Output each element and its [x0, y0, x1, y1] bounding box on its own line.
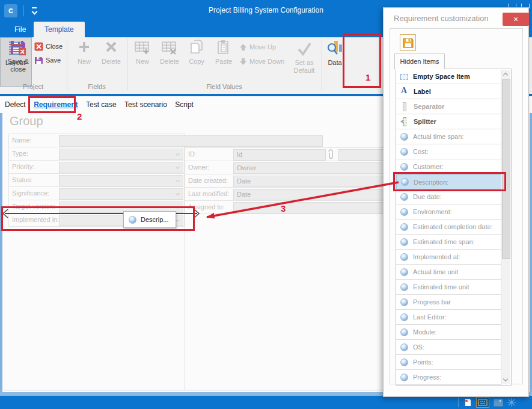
hidden-item[interactable]: Environment:: [396, 204, 501, 220]
scroll-up-icon[interactable]: [503, 72, 508, 77]
item-label: Separator: [414, 103, 444, 110]
fields-delete-button[interactable]: Delete: [98, 38, 124, 66]
hidden-item[interactable]: Separator: [396, 99, 501, 114]
doc-tab[interactable]: Test case: [86, 100, 117, 109]
item-icon: [400, 313, 408, 321]
hidden-item[interactable]: Splitter: [396, 114, 501, 129]
window-controls[interactable]: [503, 0, 530, 6]
move-down-label: Move Down: [249, 58, 284, 65]
hidden-item[interactable]: OS:: [396, 340, 501, 355]
hidden-item[interactable]: Estimated time unit: [396, 280, 501, 295]
field-input[interactable]: [59, 149, 183, 160]
item-label: Implemented at:: [413, 253, 460, 260]
hidden-item[interactable]: Actual time unit: [396, 265, 501, 280]
set-default-label: Set as Default: [288, 59, 320, 75]
panel-client: Hidden Items Empty Space Item Label: [390, 28, 523, 384]
field-input[interactable]: [59, 135, 323, 147]
field-input[interactable]: [59, 188, 183, 200]
tab-template[interactable]: Template: [34, 22, 85, 37]
panel-active-icon[interactable]: [476, 397, 489, 408]
panel-save-button[interactable]: [400, 34, 416, 51]
item-icon: [400, 117, 409, 126]
item-icon: [400, 208, 408, 216]
doc-tab-label: Script: [175, 100, 194, 109]
item-label: Last Editor:: [413, 313, 447, 321]
hidden-item[interactable]: Empty Space Item: [396, 69, 501, 84]
item-label: OS:: [413, 343, 424, 351]
hidden-item[interactable]: Customer:: [396, 159, 501, 174]
hidden-item[interactable]: Actual time span:: [396, 129, 501, 144]
item-label: Description:: [414, 179, 448, 186]
hidden-item[interactable]: Cost:: [396, 144, 501, 159]
paperclip-icon[interactable]: [325, 149, 335, 161]
hidden-item[interactable]: Label: [396, 84, 501, 99]
field-label: Owner:: [188, 164, 209, 171]
move-up-button[interactable]: Move Up: [239, 41, 276, 53]
item-icon: [400, 102, 409, 111]
close-project-button[interactable]: Close: [34, 40, 63, 52]
field-label: Target version:: [12, 203, 55, 210]
doc-tab[interactable]: Test scenario: [124, 100, 167, 109]
hidden-item[interactable]: Estimated time span:: [396, 235, 501, 250]
item-label: Splitter: [414, 118, 436, 125]
hidden-item[interactable]: Points:: [396, 355, 501, 370]
scrollbar[interactable]: [501, 70, 510, 384]
scroll-down-icon[interactable]: [503, 377, 508, 382]
item-label: Actual time unit: [413, 268, 458, 275]
field-input[interactable]: [59, 162, 183, 173]
doc-tab-label: Test scenario: [124, 100, 167, 109]
data-button[interactable]: Data: [323, 38, 346, 67]
table-plus-icon: [133, 38, 151, 57]
chevron-down-icon: [176, 179, 180, 182]
fields-delete-label: Delete: [98, 58, 124, 66]
form-row: Status:: [8, 173, 185, 187]
hidden-item[interactable]: Estimated completion date:: [396, 220, 501, 235]
image-icon[interactable]: [492, 397, 505, 408]
hidden-item[interactable]: Due date:: [396, 189, 501, 204]
arrow-down-icon: [239, 58, 247, 66]
copy-button[interactable]: Copy: [183, 38, 210, 66]
plus-icon: [76, 38, 93, 57]
save-button[interactable]: Save: [34, 54, 61, 66]
form-row: Priority:: [8, 160, 185, 174]
field-input[interactable]: Id: [233, 149, 326, 161]
hidden-item[interactable]: Progress bar: [396, 295, 501, 310]
item-label: Empty Space Item: [413, 73, 470, 80]
hidden-item[interactable]: Last Editor:: [396, 310, 501, 325]
tab-file[interactable]: File: [4, 22, 37, 37]
window-edge: [0, 95, 2, 396]
field-input[interactable]: [59, 175, 183, 186]
data-label: Data: [323, 59, 346, 67]
doc-tab[interactable]: Script: [175, 100, 194, 109]
item-label: Progress:: [413, 374, 441, 381]
doc-tab[interactable]: Requirement: [34, 100, 78, 109]
hidden-item[interactable]: Module:: [396, 325, 501, 340]
layout-toggle-button[interactable]: Layout: [0, 37, 32, 87]
panel-close-button[interactable]: ✕: [503, 13, 529, 26]
scrollbar-thumb[interactable]: [502, 79, 510, 259]
set-as-default-button[interactable]: Set as Default: [288, 40, 320, 75]
fields-new-button[interactable]: New: [71, 38, 97, 66]
hidden-item[interactable]: Description:: [396, 174, 501, 189]
move-down-button[interactable]: Move Down: [239, 55, 284, 67]
drag-ghost-description: Descrip...: [123, 211, 176, 228]
floppy-save-icon: [403, 37, 414, 48]
move-up-label: Move Up: [249, 43, 276, 51]
requirement-customization-panel: Requirement customization ✕ Hidden Items…: [383, 7, 529, 397]
snowflake-icon[interactable]: [505, 397, 518, 408]
field-values-new-button[interactable]: New: [129, 38, 156, 66]
item-label: Customer:: [413, 163, 444, 170]
hidden-items-list: Empty Space Item Label Separator Splitte…: [396, 69, 512, 386]
hidden-item[interactable]: Progress:: [396, 370, 501, 385]
item-label: Points:: [413, 358, 433, 366]
field-label: Date created:: [188, 177, 228, 184]
tab-hidden-items[interactable]: Hidden Items: [394, 54, 445, 69]
doc-tab[interactable]: Defect: [5, 100, 26, 109]
fv-delete-label: Delete: [156, 58, 183, 66]
hidden-item[interactable]: Implemented at:: [396, 250, 501, 265]
save-label: Save: [46, 57, 61, 64]
form-row: Type:: [8, 147, 185, 161]
field-values-delete-button[interactable]: Delete: [156, 38, 183, 66]
document-redo-icon[interactable]: [460, 397, 474, 408]
paste-button[interactable]: Paste: [210, 38, 237, 66]
